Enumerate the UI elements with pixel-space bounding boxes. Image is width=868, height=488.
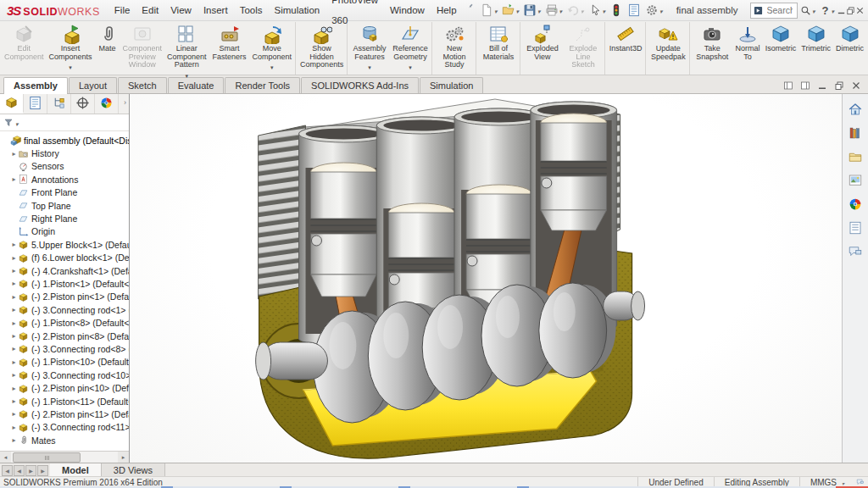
next-tab-button[interactable]: ▶ [25,465,36,476]
dropdown-caret-icon[interactable] [270,61,274,67]
menu-simulation[interactable]: Simulation [269,0,326,20]
task-pane-home[interactable] [844,98,866,119]
expand-arrow-icon[interactable]: ▸ [10,293,18,301]
command-button[interactable]: Trimetric [798,22,833,75]
expand-arrow-icon[interactable]: ▸ [10,175,18,183]
dropdown-caret-icon[interactable] [493,5,498,15]
engine-assembly-graphic[interactable] [130,92,842,463]
fm-tab-property-manager[interactable] [24,92,47,114]
doc-restore-icon[interactable] [834,80,844,91]
undo-button[interactable] [565,2,586,19]
close-button[interactable] [855,3,865,18]
crankshaft-end-right[interactable] [604,291,645,320]
task-pane-view-palette[interactable] [844,169,866,191]
file-properties-button[interactable] [626,2,643,19]
expand-arrow-icon[interactable]: ▸ [10,410,18,418]
tree-item[interactable]: ▸ (-) 2.Piston pin<10> (Default< [0,381,129,394]
scrollbar-thumb[interactable] [13,452,81,463]
expand-arrow-icon[interactable]: ▸ [10,436,18,444]
tab-evaluate[interactable]: Evaluate [168,77,225,93]
command-button[interactable]: Edit Component [2,22,47,75]
tree-item[interactable]: ▸ (-) 2.Piston pin<1> (Default<< [0,291,129,303]
expand-arrow-icon[interactable]: ▸ [10,345,18,352]
menu-window[interactable]: Window [384,0,431,20]
menu-view[interactable]: View [164,0,198,20]
scrollbar-track[interactable] [11,452,118,463]
dropdown-caret-icon[interactable] [15,118,19,128]
piston-pin-boss[interactable] [542,178,552,188]
split-pane-right-icon[interactable] [800,80,810,91]
expand-arrow-icon[interactable]: ▸ [10,319,18,327]
expand-arrow-icon[interactable]: ▸ [10,424,18,431]
tree-item[interactable]: ▸ (-) 1.Piston<1> (Default<<Defa [0,277,129,290]
task-pane-file-explorer[interactable] [844,146,866,167]
tree-item[interactable]: Origin [0,225,129,238]
expand-arrow-icon[interactable]: ▸ [10,397,18,405]
scroll-left-arrow-icon[interactable]: ◂ [0,452,11,463]
command-button[interactable]: Instant3D [604,22,645,75]
tree-item[interactable]: ▸ (-) 3.Connecting rod<1> (Defa [0,303,129,316]
tree-item[interactable]: ▸ History [0,147,129,159]
tree-item[interactable]: ▸ (-) 3.Connecting rod<8> (Defa [0,342,129,355]
command-button[interactable]: Insert Components [47,22,95,75]
task-pane-forum[interactable] [844,241,866,262]
command-button[interactable]: Isometric [763,22,799,75]
menu-help[interactable]: Help [431,0,463,20]
dropdown-caret-icon[interactable] [559,5,563,15]
tree-item[interactable]: ▸ (-) 1.Piston<8> (Default<<Defa [0,316,129,329]
model-tab[interactable]: Model [50,463,102,477]
crankshaft-end-left[interactable] [256,342,328,380]
tab-sketch[interactable]: Sketch [118,77,167,93]
doc-minimize-icon[interactable] [817,80,827,91]
command-button[interactable]: Update Speedpak [645,22,688,75]
tab-assembly[interactable]: Assembly [3,77,68,94]
expand-arrow-icon[interactable]: ▸ [10,280,18,287]
dropdown-caret-icon[interactable] [580,5,584,15]
dropdown-caret-icon[interactable] [409,61,412,67]
dropdown-caret-icon[interactable] [515,5,520,15]
command-button[interactable]: Explode Line Sketch [563,22,604,75]
dropdown-caret-icon[interactable] [602,5,606,15]
command-button[interactable]: Move Component [250,22,295,75]
command-button[interactable]: Normal To [732,22,763,75]
select-button[interactable] [587,2,608,19]
command-button[interactable]: Take Snapshot [689,22,732,75]
tree-item[interactable]: Sensors [0,160,129,173]
command-button[interactable]: Component Preview Window [120,22,165,75]
dropdown-caret-icon[interactable] [830,5,834,15]
tree-item[interactable]: ▸ (-) 2.Piston pin<8> (Default<< [0,330,129,342]
tree-filter-row[interactable] [0,114,129,131]
menu-tools[interactable]: Tools [234,0,269,20]
dropdown-caret-icon[interactable] [659,5,663,15]
pin-menu-icon[interactable] [468,3,473,17]
dropdown-caret-icon[interactable] [537,5,541,15]
open-button[interactable] [500,2,521,19]
piston-pin-boss[interactable] [311,236,321,246]
tree-item[interactable]: final assembly (Default<Display St [0,134,129,147]
expand-arrow-icon[interactable]: ▸ [10,306,18,313]
dropdown-caret-icon[interactable] [368,61,371,67]
menu-photoview[interactable]: PhotoView 360 [326,0,384,30]
search-button[interactable] [798,2,818,19]
command-button[interactable]: Mate [95,22,120,75]
search-input[interactable] [765,4,795,16]
first-tab-button[interactable]: ◀ [2,465,13,476]
search-scope-icon[interactable] [754,6,763,15]
rebuild-button[interactable] [608,2,625,19]
threed-views-tab[interactable]: 3D Views [102,463,165,477]
expand-arrow-icon[interactable]: ▸ [10,371,18,379]
tab-simulation[interactable]: Simulation [420,77,483,93]
dropdown-caret-icon[interactable] [69,61,72,67]
tab-layout[interactable]: Layout [69,77,117,93]
fm-tab-design-tree[interactable] [0,92,24,114]
graphics-area[interactable] [130,92,842,463]
tree-item[interactable]: ▸ (-) 1.Piston<11> (Default<<De [0,395,129,408]
task-pane-custom-properties[interactable] [844,217,866,238]
restore-button[interactable] [846,3,855,18]
minimize-button[interactable] [837,3,846,18]
last-tab-button[interactable]: ▶ [37,465,48,476]
split-pane-left-icon[interactable] [783,80,793,91]
expand-arrow-icon[interactable]: ▸ [10,267,18,274]
tree-item[interactable]: ▸ (-) 2.Piston pin<11> (Default< [0,408,129,420]
menu-file[interactable]: File [108,0,136,20]
